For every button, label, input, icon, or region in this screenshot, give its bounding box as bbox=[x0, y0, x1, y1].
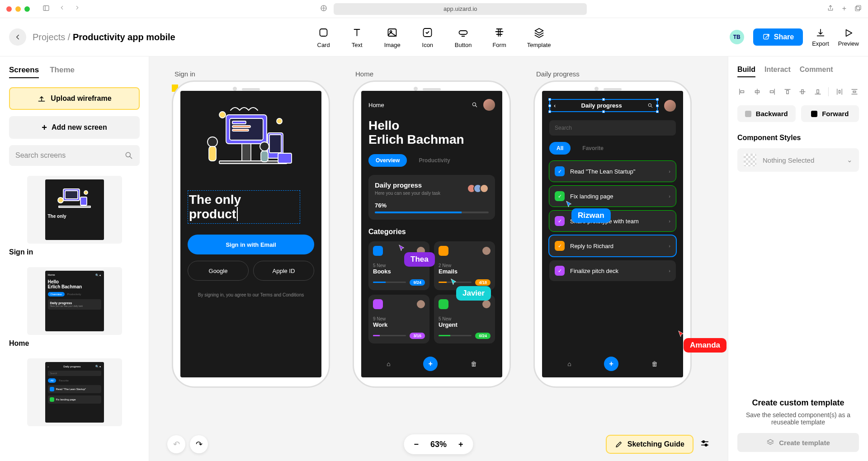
signin-google-button[interactable]: Google bbox=[188, 261, 249, 281]
preview-button[interactable]: Preview bbox=[838, 28, 859, 47]
search-screens-input[interactable]: Search screens bbox=[9, 145, 140, 166]
tab-theme[interactable]: Theme bbox=[50, 66, 75, 78]
share-button[interactable]: Share bbox=[753, 28, 803, 46]
daily-progress-card[interactable]: Daily progressHere you can see your dail… bbox=[368, 175, 495, 220]
toolbar: Card Text Image Icon Button Form Templat… bbox=[317, 26, 551, 48]
align-left-icon[interactable] bbox=[737, 87, 746, 96]
home-topbar: Home bbox=[368, 99, 495, 111]
distribute-h-icon[interactable] bbox=[835, 87, 844, 96]
svg-rect-25 bbox=[242, 144, 251, 162]
sketching-guide-button[interactable]: Sketching Guide bbox=[606, 435, 693, 454]
terms-text: By signing in, you agree to our Terms an… bbox=[188, 292, 314, 297]
svg-rect-24 bbox=[232, 129, 249, 131]
task-item[interactable]: ✓ Reply to Richard› bbox=[549, 235, 676, 256]
nav-back-icon[interactable] bbox=[59, 5, 65, 14]
filter-all[interactable]: All bbox=[549, 142, 571, 155]
tool-text[interactable]: Text bbox=[351, 26, 363, 48]
add-fab[interactable]: + bbox=[604, 357, 618, 371]
template-sub: Save the selected component(s) as a reus… bbox=[737, 411, 859, 426]
send-backward-button[interactable]: Backward bbox=[737, 105, 796, 122]
align-right-icon[interactable] bbox=[768, 87, 777, 96]
search-icon[interactable] bbox=[647, 103, 653, 108]
app-header: Projects / Productivity app mobile Card … bbox=[0, 18, 868, 56]
zoom-control[interactable]: − 63% + bbox=[404, 434, 473, 454]
tabs-sys-icon[interactable] bbox=[854, 5, 862, 14]
avatar[interactable] bbox=[664, 100, 676, 112]
svg-rect-58 bbox=[839, 90, 840, 93]
tool-template[interactable]: Template bbox=[527, 26, 551, 48]
breadcrumb[interactable]: Projects / Productivity app mobile bbox=[33, 32, 175, 42]
svg-rect-4 bbox=[855, 6, 859, 10]
screen-home[interactable]: Home Home HelloErlich Bachman Overview P… bbox=[353, 70, 511, 388]
tab-overview[interactable]: Overview bbox=[368, 154, 407, 167]
tab-screens[interactable]: Screens bbox=[9, 66, 39, 78]
upload-wireframe-button[interactable]: Upload wireframe bbox=[9, 87, 140, 110]
signin-email-button[interactable]: Sign in with Email bbox=[188, 235, 314, 254]
minimize-dot[interactable] bbox=[15, 6, 21, 12]
screen-thumb-home[interactable]: Home🔍 ● HelloErlich Bachman OverviewProd… bbox=[9, 267, 140, 348]
zoom-in-icon[interactable]: + bbox=[458, 440, 463, 449]
add-screen-button[interactable]: +Add new screen bbox=[9, 116, 140, 139]
screen-thumb-signin[interactable]: The only Sign in bbox=[9, 176, 140, 256]
bring-forward-button[interactable]: Forward bbox=[801, 105, 859, 122]
tool-icon[interactable]: Icon bbox=[421, 26, 434, 48]
selected-text-element[interactable]: The onlyproduct bbox=[188, 190, 300, 224]
distribute-v-icon[interactable] bbox=[850, 87, 859, 96]
trash-icon[interactable]: 🗑 bbox=[651, 360, 658, 367]
trash-icon[interactable]: 🗑 bbox=[471, 360, 477, 367]
svg-rect-51 bbox=[786, 90, 788, 94]
settings-icon[interactable] bbox=[700, 438, 710, 451]
category-tile[interactable]: 9 New Work 3/15 bbox=[368, 295, 429, 343]
tab-build[interactable]: Build bbox=[737, 66, 755, 77]
align-top-icon[interactable] bbox=[783, 87, 792, 96]
svg-line-39 bbox=[651, 106, 652, 108]
screen-daily-progress[interactable]: Daily progress ‹ Daily progress bbox=[533, 70, 692, 388]
category-tile[interactable]: 5 New Urgent 0/24 bbox=[434, 295, 495, 343]
share-sys-icon[interactable] bbox=[827, 5, 834, 14]
tool-form[interactable]: Form bbox=[492, 26, 506, 48]
task-item[interactable]: ✓ Finalize pitch deck› bbox=[549, 260, 676, 281]
tool-card[interactable]: Card bbox=[317, 26, 330, 48]
filter-favorite[interactable]: Favorite bbox=[575, 142, 611, 155]
zoom-out-icon[interactable]: − bbox=[414, 440, 419, 449]
back-button[interactable] bbox=[9, 28, 26, 46]
create-template-button[interactable]: Create template bbox=[737, 433, 859, 452]
style-select[interactable]: Nothing Selected ⌄ bbox=[737, 148, 859, 172]
maximize-dot[interactable] bbox=[24, 6, 30, 12]
canvas[interactable]: Sign in bbox=[149, 56, 728, 461]
hello-heading: HelloErlich Bachman bbox=[368, 119, 495, 147]
align-hcenter-icon[interactable] bbox=[753, 87, 762, 96]
plus-sys-icon[interactable]: + bbox=[842, 5, 846, 14]
canvas-bottom-bar: ↶ ↷ − 63% + Sketching Guide bbox=[149, 435, 728, 454]
sidebar-toggle-icon[interactable] bbox=[42, 5, 50, 14]
search-icon[interactable] bbox=[472, 102, 478, 108]
svg-rect-10 bbox=[764, 34, 769, 39]
svg-point-19 bbox=[84, 191, 88, 194]
svg-point-43 bbox=[705, 444, 707, 446]
home-icon[interactable]: ⌂ bbox=[567, 360, 571, 367]
tab-productivity[interactable]: Productivity bbox=[411, 154, 457, 167]
align-bottom-icon[interactable] bbox=[813, 87, 822, 96]
selected-topbar[interactable]: ‹ Daily progress bbox=[549, 99, 658, 112]
task-item[interactable]: ✓ Read "The Lean Startup"› bbox=[549, 161, 676, 182]
add-fab[interactable]: + bbox=[423, 357, 438, 371]
avatar[interactable] bbox=[483, 99, 495, 111]
export-button[interactable]: Export bbox=[812, 28, 829, 47]
redo-button[interactable]: ↷ bbox=[190, 435, 208, 453]
close-dot[interactable] bbox=[6, 6, 12, 12]
address-field[interactable]: app.uizard.io bbox=[334, 3, 587, 15]
undo-button[interactable]: ↶ bbox=[167, 435, 185, 453]
align-vcenter-icon[interactable] bbox=[798, 87, 807, 96]
screen-signin[interactable]: Sign in bbox=[172, 70, 330, 388]
user-avatar[interactable]: TB bbox=[730, 30, 744, 44]
tool-button[interactable]: Button bbox=[455, 26, 472, 48]
tab-comment[interactable]: Comment bbox=[800, 66, 833, 77]
signin-apple-button[interactable]: Apple ID bbox=[253, 261, 314, 281]
tool-image[interactable]: Image bbox=[384, 26, 401, 48]
home-icon[interactable]: ⌂ bbox=[387, 360, 390, 367]
signin-illustration bbox=[188, 99, 314, 185]
tab-interact[interactable]: Interact bbox=[764, 66, 791, 77]
nav-fwd-icon[interactable] bbox=[74, 5, 80, 14]
screen-thumb-daily[interactable]: ‹Daily progress🔍 ● Search AllFavorite Re… bbox=[9, 358, 140, 426]
search-input[interactable]: Search bbox=[549, 120, 676, 136]
